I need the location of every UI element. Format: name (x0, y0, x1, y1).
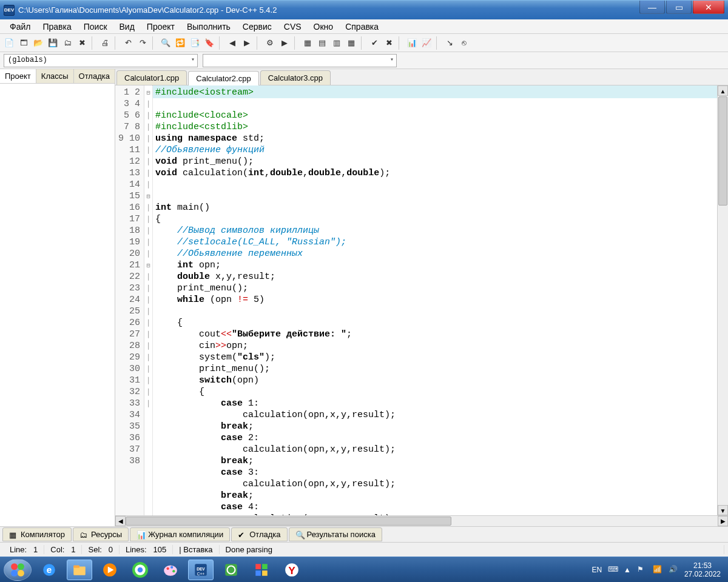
minimize-button[interactable]: — (639, 1, 665, 14)
bookmark-icon[interactable]: 🔖 (203, 36, 216, 50)
menu-файл[interactable]: Файл (4, 20, 36, 33)
goto-line-icon[interactable]: ↘ (443, 36, 456, 50)
debug-icon[interactable]: ✔ (368, 36, 381, 50)
main-area: ПроектКлассыОтладка Calculator1.cppCalcu… (0, 69, 728, 526)
task-camtasia-icon[interactable] (218, 560, 244, 580)
compile-icon[interactable]: ⚙ (263, 36, 277, 50)
svg-text:DEV: DEV (197, 567, 205, 571)
task-windows-icon[interactable] (249, 560, 274, 580)
scroll-up-icon[interactable]: ▲ (718, 85, 728, 96)
back-icon[interactable]: ◀ (226, 36, 239, 50)
redo-icon[interactable]: ↷ (136, 36, 149, 50)
vertical-scrollbar[interactable]: ▲ ▼ (717, 85, 728, 515)
open-icon[interactable]: 📂 (32, 36, 45, 50)
tray-chevron-icon[interactable]: ▲ (624, 566, 631, 574)
run-icon[interactable]: ▶ (278, 36, 291, 50)
close-icon[interactable]: ✖ (75, 36, 89, 50)
horizontal-scrollbar[interactable]: ◀ ▶ (115, 515, 728, 526)
grid2-icon[interactable]: ▤ (315, 36, 329, 50)
scope-dropdown[interactable]: (globals) (4, 54, 198, 67)
menu-правка[interactable]: Правка (36, 20, 77, 33)
forward-icon[interactable]: ▶ (240, 36, 254, 50)
toolbar-separator (92, 36, 95, 50)
status-col: 1 (71, 545, 75, 554)
print-icon[interactable]: 🖨 (98, 36, 112, 50)
scroll-right-icon[interactable]: ▶ (718, 516, 728, 526)
flag-icon[interactable]: ⚑ (637, 565, 647, 575)
sidetab-0[interactable]: Проект (0, 69, 36, 83)
new-window-icon[interactable]: 🗔 (17, 36, 30, 50)
menu-выполнить[interactable]: Выполнить (181, 20, 237, 33)
keyboard-icon[interactable]: ⌨ (608, 565, 618, 575)
save-icon[interactable]: 💾 (46, 36, 59, 50)
menu-поиск[interactable]: Поиск (78, 20, 113, 33)
toolbar-separator (436, 36, 440, 50)
bottom-tab-3[interactable]: ✔Отладка (231, 527, 287, 541)
taskbar: e DEVC++ Y EN ⌨ ▲ ⚑ 📶 🔊 21:53 27.02.2022 (0, 557, 728, 582)
filetab-Calculator3.cpp[interactable]: Calculator3.cpp (260, 70, 331, 85)
project-tree[interactable] (0, 84, 115, 526)
tray-lang[interactable]: EN (592, 566, 602, 574)
code-text[interactable]: #include<iostream> #include<clocale> #in… (153, 85, 717, 515)
member-dropdown[interactable] (203, 54, 397, 67)
undo-icon[interactable]: ↶ (121, 36, 135, 50)
scroll-left-icon[interactable]: ◀ (115, 516, 126, 526)
grid3-icon[interactable]: ▥ (330, 36, 343, 50)
menu-окно[interactable]: Окно (308, 20, 340, 33)
menu-вид[interactable]: Вид (113, 20, 141, 33)
filetab-Calculator1.cpp[interactable]: Calculator1.cpp (116, 70, 187, 85)
grid4-icon[interactable]: ▦ (345, 36, 358, 50)
find-icon[interactable]: 🔍 (159, 36, 172, 50)
menu-сервис[interactable]: Сервис (237, 20, 278, 33)
vscroll-thumb[interactable] (718, 96, 727, 206)
fold-gutter[interactable]: ⊟ │ │ │ │ │ │ │ │ ⊟ │ │ │ │ │ ⊟ │ │ │ │ … (144, 85, 153, 515)
task-devcpp-icon[interactable]: DEVC++ (188, 560, 214, 580)
toolbar-separator (294, 36, 298, 50)
btab-label: Результаты поиска (307, 530, 376, 539)
toolbar-separator (257, 36, 260, 50)
status-sel: 0 (109, 545, 113, 554)
grid1-icon[interactable]: ▦ (301, 36, 314, 50)
task-explorer-icon[interactable] (67, 560, 92, 580)
scroll-down-icon[interactable]: ▼ (718, 505, 728, 515)
menu-cvs[interactable]: CVS (278, 20, 308, 33)
profile2-icon[interactable]: 📈 (420, 36, 433, 50)
menu-справка[interactable]: Справка (339, 20, 385, 33)
stop-debug-icon[interactable]: ✖ (382, 36, 396, 50)
task-ie-icon[interactable]: e (36, 560, 62, 580)
task-media-icon[interactable] (97, 560, 123, 580)
filetab-Calculator2.cpp[interactable]: Calculator2.cpp (188, 71, 258, 85)
toolbar-separator (152, 36, 156, 50)
bottom-tab-4[interactable]: 🔍Результаты поиска (289, 527, 382, 541)
menubar: ФайлПравкаПоискВидПроектВыполнитьСервисC… (0, 19, 728, 34)
bottom-tab-0[interactable]: ▦Компилятор (2, 527, 72, 541)
profile-icon[interactable]: 📊 (405, 36, 419, 50)
task-yandex-icon[interactable]: Y (279, 560, 305, 580)
svg-point-14 (167, 567, 169, 569)
sidetab-2[interactable]: Отладка (74, 69, 115, 83)
menu-проект[interactable]: Проект (141, 20, 181, 33)
status-col-label: Col: (50, 545, 64, 554)
volume-icon[interactable]: 🔊 (669, 565, 678, 575)
bottom-tab-2[interactable]: 📊Журнал компиляции (130, 527, 230, 541)
new-file-icon[interactable]: 📄 (2, 36, 16, 50)
goto-icon[interactable]: 📑 (188, 36, 201, 50)
network-icon[interactable]: 📶 (653, 565, 662, 575)
btab-icon: ✔ (238, 530, 246, 539)
exit-icon[interactable]: ⎋ (457, 36, 471, 50)
svg-rect-25 (262, 570, 268, 576)
save-all-icon[interactable]: 🗂 (61, 36, 74, 50)
task-chrome-icon[interactable] (127, 560, 153, 580)
maximize-button[interactable]: ▭ (666, 1, 692, 14)
tray-clock[interactable]: 21:53 27.02.2022 (684, 561, 724, 578)
svg-point-3 (18, 570, 24, 577)
sidetab-1[interactable]: Классы (36, 69, 74, 83)
hscroll-thumb[interactable] (126, 517, 451, 526)
close-button[interactable]: ✕ (693, 1, 724, 14)
task-paint-icon[interactable] (158, 560, 183, 580)
replace-icon[interactable]: 🔁 (174, 36, 187, 50)
btab-icon: 📊 (136, 530, 145, 539)
status-lines: 105 (153, 545, 167, 554)
start-button[interactable] (4, 559, 32, 581)
bottom-tab-1[interactable]: 🗂Ресурсы (73, 527, 129, 541)
